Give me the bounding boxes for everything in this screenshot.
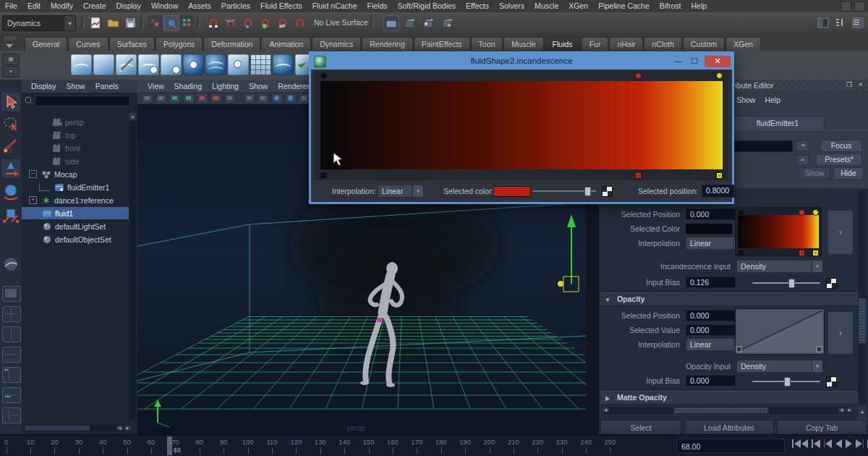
viewport-menu-item[interactable]: Shading: [170, 82, 207, 90]
scroll-right-icon[interactable]: ▶: [846, 408, 853, 413]
viewport-menu-item[interactable]: Show: [244, 82, 272, 90]
outliner-item-default-light-set[interactable]: defaultLightSet: [22, 220, 129, 232]
selected-color-swatch[interactable]: [493, 186, 531, 197]
open-scene-icon[interactable]: [106, 15, 120, 30]
status-separator[interactable]: [81, 16, 85, 30]
step-back-frame-button[interactable]: [812, 439, 820, 448]
menu-item[interactable]: Assets: [183, 0, 216, 12]
outliner-item-top[interactable]: top: [22, 129, 129, 141]
color-value-slider[interactable]: [532, 190, 596, 192]
timeline-tick[interactable]: 0: [0, 438, 18, 446]
menu-item[interactable]: Pipeline Cache: [593, 0, 655, 12]
attribute-editor-tab[interactable]: fluidEmitter1: [731, 116, 825, 131]
outliner-item-fluid-emitter[interactable]: fluidEmitter1: [22, 181, 129, 193]
grid-toggle-icon[interactable]: [183, 93, 195, 104]
dialog-titlebar[interactable]: fluidShape2.incandescence — ☐ ✕: [311, 54, 732, 69]
gate-mask-icon[interactable]: [224, 93, 236, 104]
slider-knob[interactable]: [784, 377, 791, 387]
viewport-menu-item[interactable]: Lighting: [208, 82, 243, 90]
scroll-left-icon[interactable]: ◀: [116, 426, 123, 431]
viewport-menu-item[interactable]: Renderer: [273, 82, 314, 90]
shelf-arrow-button[interactable]: ▾: [2, 66, 20, 77]
color-texture-checker-icon[interactable]: [602, 186, 613, 197]
attredit-vertical-scrollbar[interactable]: [858, 190, 867, 404]
opacity-curve-preview[interactable]: [735, 308, 825, 355]
timeline-tick[interactable]: 210: [501, 438, 525, 446]
pin-tab-icon[interactable]: ⇥: [796, 140, 809, 151]
shelf-tab[interactable]: Deformation: [203, 37, 260, 51]
timeline-tick[interactable]: 50: [115, 438, 139, 446]
menu-item[interactable]: XGen: [563, 0, 593, 12]
outliner-menu-item[interactable]: Display: [27, 82, 59, 90]
shelf-tab[interactable]: Muscle: [503, 37, 543, 51]
shelf-tab[interactable]: nHair: [609, 37, 643, 51]
copy-tab-icon[interactable]: ⇒: [796, 155, 809, 166]
resolution-gate-icon[interactable]: [210, 93, 222, 104]
outliner-item-reference[interactable]: + ∗ dance1:reference: [22, 194, 129, 206]
ramp-delete-marker[interactable]: ×: [812, 250, 819, 256]
shaded-icon[interactable]: [258, 93, 269, 104]
go-to-start-button[interactable]: [792, 439, 808, 448]
play-backwards-button[interactable]: [835, 439, 842, 448]
opacity-bias-slider[interactable]: [752, 381, 820, 382]
timeline-tick[interactable]: 100: [236, 438, 260, 446]
shelf-tab[interactable]: General: [25, 37, 67, 51]
scale-tool[interactable]: [1, 206, 20, 224]
expand-ramp-button[interactable]: ›: [827, 210, 854, 255]
expand-icon[interactable]: +: [29, 196, 37, 204]
incandescence-input-dropdown[interactable]: Density▼: [736, 260, 823, 273]
lights-icon[interactable]: [285, 93, 297, 104]
snap-grid-icon[interactable]: [205, 15, 220, 30]
timeline-tick[interactable]: 250: [598, 438, 622, 446]
shelf-2d-fluid-container-icon[interactable]: [93, 54, 114, 75]
input-bias-field[interactable]: [686, 276, 736, 288]
timeline-tick[interactable]: 20: [43, 438, 67, 446]
shelf-wake-icon[interactable]: [228, 54, 249, 75]
layout-four-pane-button[interactable]: [2, 306, 21, 322]
slider-knob[interactable]: [788, 279, 795, 288]
ae-menu-item[interactable]: Show: [736, 96, 755, 104]
render-current-frame-icon[interactable]: [402, 15, 417, 30]
shelf-tab[interactable]: Fur: [582, 37, 609, 51]
menu-item[interactable]: File: [0, 0, 22, 12]
current-time-field[interactable]: [676, 439, 785, 453]
outliner-search-field[interactable]: [35, 96, 130, 106]
outliner-filter-icon[interactable]: [24, 96, 33, 105]
new-scene-icon[interactable]: [88, 15, 103, 30]
save-scene-icon[interactable]: [123, 15, 137, 30]
status-separator[interactable]: [140, 16, 144, 30]
layout-single-pane-button[interactable]: [2, 286, 21, 302]
camera-select-icon[interactable]: [142, 93, 153, 104]
outliner-horizontal-scrollbar[interactable]: ◀ ▶: [23, 425, 132, 431]
ramp-marker[interactable]: [812, 209, 819, 216]
attredit-horizontal-scrollbar[interactable]: ◀ ◀ ▶: [602, 407, 854, 414]
shelf-tab[interactable]: Polygons: [156, 37, 203, 51]
select-component-icon[interactable]: [179, 15, 194, 30]
shelf-tab[interactable]: Toon: [471, 37, 503, 51]
camera-lock-icon[interactable]: [156, 93, 167, 104]
ramp-area[interactable]: ××: [315, 71, 728, 181]
presets-button[interactable]: Presets*: [816, 153, 862, 166]
menu-item[interactable]: Fields: [362, 0, 393, 12]
shelf-tab[interactable]: Surfaces: [109, 37, 155, 51]
layout-persp-outliner-button[interactable]: [2, 367, 21, 383]
outliner-item-front[interactable]: front: [22, 142, 129, 154]
move-tool[interactable]: [1, 159, 20, 178]
outliner-search-input[interactable]: [35, 99, 132, 110]
scroll-left-icon[interactable]: ◀: [838, 408, 845, 413]
ramp-marker-strip-top[interactable]: [320, 71, 723, 81]
opacity-bias-checker-icon[interactable]: [826, 376, 837, 387]
show-button[interactable]: Show: [799, 167, 830, 180]
shelf-selector[interactable]: [2, 35, 20, 49]
timeline-tick[interactable]: 190: [453, 438, 477, 446]
ramp-delete-marker[interactable]: [738, 250, 744, 256]
lasso-tool[interactable]: [1, 114, 20, 133]
shelf-emit-from-object-icon[interactable]: [183, 54, 204, 75]
menu-item[interactable]: Modify: [46, 0, 78, 12]
timeline-tick[interactable]: 30: [67, 438, 90, 446]
timeline-tick[interactable]: 170: [405, 438, 429, 446]
shelf-tab[interactable]: Custom: [683, 37, 725, 51]
shelf-tab[interactable]: nCloth: [644, 37, 681, 51]
live-surface-field[interactable]: No Live Surface: [314, 18, 368, 27]
shelf-tab[interactable]: PaintEffects: [414, 37, 470, 51]
